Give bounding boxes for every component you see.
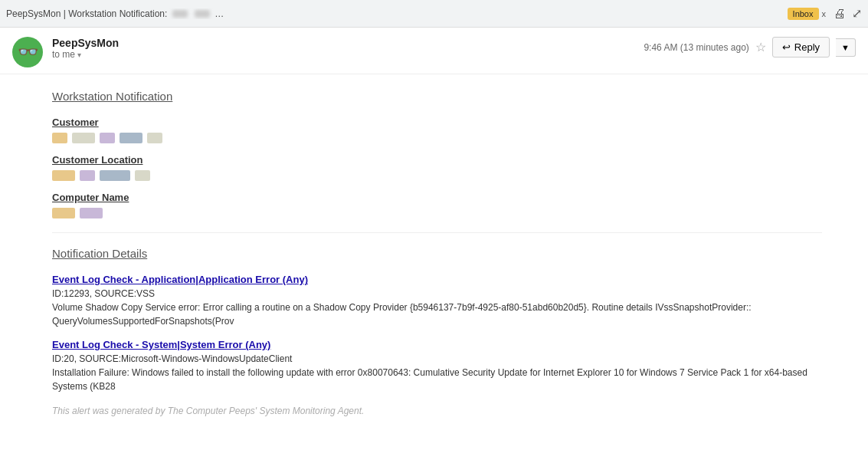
to-me[interactable]: to me ▾: [52, 49, 644, 60]
footer-note: This alert was generated by The Computer…: [52, 406, 822, 416]
customer-blur-3: [100, 133, 115, 143]
notification-details-section: Notification Details Event Log Check - A…: [52, 247, 822, 416]
event1: Event Log Check - Application|Applicatio…: [52, 274, 822, 328]
reply-arrow-icon: ↩: [782, 41, 791, 53]
event2: Event Log Check - System|System Error (A…: [52, 339, 822, 393]
event2-line2: Installation Failure: Windows failed to …: [52, 366, 822, 393]
location-blur-1: [52, 170, 75, 181]
sender-name: PeepSysMon: [52, 37, 644, 49]
location-blur-2: [80, 170, 95, 181]
reply-dropdown-button[interactable]: ▼: [836, 38, 856, 57]
workstation-section: Workstation Notification Customer Custom…: [52, 90, 822, 219]
inbox-badge: Inbox: [788, 8, 819, 20]
customer-blur-2: [72, 133, 95, 143]
customer-value: [52, 133, 822, 143]
star-button[interactable]: ☆: [755, 40, 766, 54]
computer-name-value: [52, 208, 822, 219]
customer-location-value: [52, 170, 822, 181]
customer-blur-5: [147, 133, 162, 143]
event1-body: ID:12293, SOURCE:VSS Volume Shadow Copy …: [52, 287, 822, 328]
computer-blur-1: [52, 208, 75, 219]
to-label: to me: [52, 49, 75, 60]
email-body: Workstation Notification Customer Custom…: [0, 74, 868, 432]
tab-bar: PeepSysMon | Workstation Notification: I…: [0, 0, 868, 28]
customer-label: Customer: [52, 117, 822, 128]
tab-blur-1: [172, 10, 188, 18]
sender-info: PeepSysMon to me ▾: [52, 37, 644, 60]
tab-actions: 🖨 ⤢: [834, 6, 862, 21]
section-divider: [52, 232, 822, 233]
popout-button[interactable]: ⤢: [852, 6, 862, 21]
tab-blur-2: [195, 10, 210, 18]
avatar: 👓: [12, 37, 43, 67]
location-blur-3: [100, 170, 130, 181]
inbox-close[interactable]: x: [822, 9, 827, 18]
event1-title[interactable]: Event Log Check - Application|Applicatio…: [52, 274, 822, 285]
event2-body: ID:20, SOURCE:Microsoft-Windows-WindowsU…: [52, 352, 822, 393]
customer-location-label: Customer Location: [52, 154, 822, 166]
tab-blur-3: [217, 10, 247, 18]
email-timestamp: 9:46 AM (13 minutes ago): [644, 42, 748, 53]
customer-blur-1: [52, 133, 67, 143]
event1-line1: ID:12293, SOURCE:VSS: [52, 287, 822, 301]
email-wrapper: 👓 PeepSysMon to me ▾ 9:46 AM (13 minutes…: [0, 28, 868, 460]
reply-label: Reply: [794, 41, 820, 53]
location-blur-4: [135, 170, 150, 181]
event2-line1: ID:20, SOURCE:Microsoft-Windows-WindowsU…: [52, 352, 822, 366]
computer-name-label: Computer Name: [52, 192, 822, 203]
event1-line2: Volume Shadow Copy Service error: Error …: [52, 301, 822, 328]
customer-blur-4: [120, 133, 142, 143]
email-meta: 9:46 AM (13 minutes ago) ☆ ↩ Reply ▼: [644, 37, 856, 58]
tab-title: PeepSysMon | Workstation Notification:: [6, 8, 251, 19]
email-header: 👓 PeepSysMon to me ▾ 9:46 AM (13 minutes…: [0, 28, 868, 74]
to-dropdown-arrow: ▾: [77, 51, 81, 59]
workstation-section-title: Workstation Notification: [52, 90, 822, 103]
avatar-icon: 👓: [18, 42, 38, 62]
event2-title[interactable]: Event Log Check - System|System Error (A…: [52, 339, 822, 350]
reply-button[interactable]: ↩ Reply: [772, 37, 830, 58]
computer-blur-2: [80, 208, 103, 219]
tab-title-text: PeepSysMon | Workstation Notification:: [6, 8, 167, 19]
notification-section-title: Notification Details: [52, 247, 822, 260]
print-button[interactable]: 🖨: [834, 6, 846, 21]
